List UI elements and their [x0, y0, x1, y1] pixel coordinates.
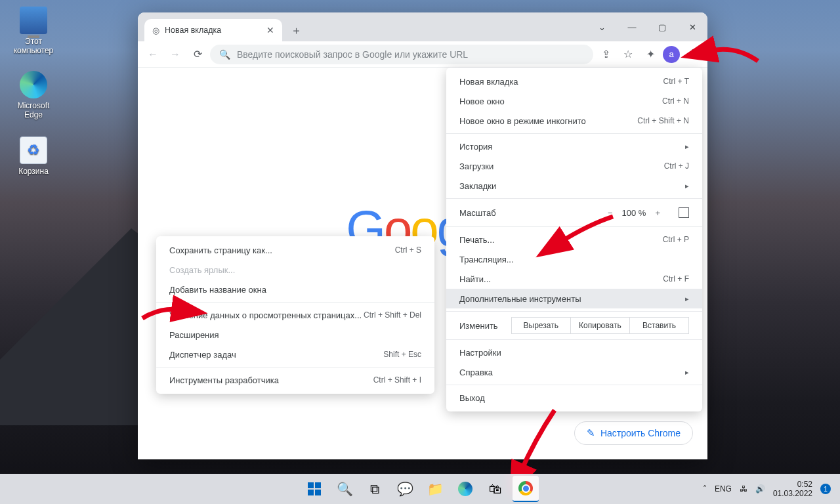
submenu-clear-data[interactable]: Удаление данных о просмотренных страница… [156, 305, 434, 325]
menu-incognito[interactable]: Новое окно в режиме инкогнитоCtrl + Shif… [446, 111, 702, 131]
submenu-extensions[interactable]: Расширения [156, 325, 434, 345]
forward-button[interactable]: → [165, 45, 185, 64]
menu-history[interactable]: История▸ [446, 136, 702, 156]
menu-settings[interactable]: Настройки [446, 343, 702, 362]
more-tools-submenu: Сохранить страницу как...Ctrl + S Создат… [156, 236, 434, 394]
desktop-icon-this-pc[interactable]: Этот компьютер [8, 7, 59, 55]
taskbar-clock[interactable]: 0:52 01.03.2022 [773, 480, 812, 499]
menu-edit-row: Изменить Вырезать Копировать Вставить [446, 314, 702, 337]
taskbar: 🔍 ⧉ 💬 📁 🛍 ˄ ENG 🖧 🔊 0:52 01.03.2022 1 [0, 474, 840, 504]
tab-search-button[interactable]: ⌄ [587, 12, 617, 41]
menu-print[interactable]: Печать...Ctrl + P [446, 230, 702, 249]
pc-icon [20, 7, 47, 34]
cut-button[interactable]: Вырезать [511, 317, 571, 334]
menu-exit[interactable]: Выход [446, 388, 702, 408]
chevron-right-icon: ▸ [685, 295, 689, 303]
tab-title: Новая вкладка [165, 26, 221, 35]
browser-tab[interactable]: ◎ Новая вкладка ✕ [144, 19, 282, 41]
chevron-right-icon: ▸ [685, 182, 689, 190]
submenu-task-manager[interactable]: Диспетчер задачShift + Esc [156, 345, 434, 364]
chevron-right-icon: ▸ [685, 368, 689, 377]
close-tab-icon[interactable]: ✕ [266, 25, 274, 35]
back-button[interactable]: ← [143, 45, 163, 64]
paste-button[interactable]: Вставить [630, 317, 689, 334]
customize-label: Настроить Chrome [600, 428, 681, 438]
desktop-label: Этот компьютер [8, 37, 59, 55]
extensions-icon[interactable]: ✦ [640, 45, 660, 64]
customize-chrome-button[interactable]: ✎ Настроить Chrome [574, 421, 693, 445]
copy-button[interactable]: Копировать [571, 317, 630, 334]
annotation-arrow [702, 38, 761, 74]
submenu-create-shortcut: Создать ярлык... [156, 260, 434, 280]
taskbar-search[interactable]: 🔍 [331, 476, 358, 502]
globe-icon: ◎ [152, 26, 159, 35]
search-icon: 🔍 [219, 49, 230, 60]
notification-badge[interactable]: 1 [820, 484, 831, 494]
maximize-button[interactable]: ▢ [647, 12, 677, 41]
zoom-value: 100 % [622, 208, 646, 218]
close-window-button[interactable]: ✕ [677, 12, 707, 41]
chrome-main-menu: Новая вкладкаCtrl + T Новое окноCtrl + N… [446, 68, 702, 411]
share-icon[interactable]: ⇪ [596, 45, 616, 64]
menu-cast[interactable]: Трансляция... [446, 249, 702, 269]
edge-icon [458, 482, 472, 496]
toolbar: ← → ⟳ 🔍 Введите поисковый запрос в Googl… [138, 41, 707, 68]
fullscreen-icon[interactable] [679, 207, 689, 218]
menu-find[interactable]: Найти...Ctrl + F [446, 269, 702, 289]
chrome-menu-button[interactable] [682, 45, 702, 64]
desktop-icon-recycle-bin[interactable]: ♻ Корзина [8, 136, 59, 176]
taskbar-chrome[interactable] [513, 476, 539, 502]
reload-button[interactable]: ⟳ [188, 45, 207, 64]
menu-help[interactable]: Справка▸ [446, 362, 702, 382]
taskbar-edge[interactable] [452, 476, 478, 502]
menu-downloads[interactable]: ЗагрузкиCtrl + J [446, 156, 702, 176]
address-bar[interactable]: 🔍 Введите поисковый запрос в Google или … [210, 45, 593, 64]
start-button[interactable] [301, 476, 327, 502]
zoom-in-button[interactable]: + [655, 208, 660, 218]
kebab-icon [692, 53, 694, 55]
chrome-icon [518, 481, 533, 495]
desktop-icon-edge[interactable]: Microsoft Edge [8, 71, 59, 119]
titlebar: ◎ Новая вкладка ✕ ＋ ⌄ ― ▢ ✕ [138, 12, 707, 41]
address-placeholder: Введите поисковый запрос в Google или ук… [237, 49, 468, 60]
chevron-right-icon: ▸ [685, 142, 689, 151]
bookmark-star-icon[interactable]: ☆ [618, 45, 638, 64]
menu-more-tools[interactable]: Дополнительные инструменты▸ [446, 289, 702, 308]
submenu-devtools[interactable]: Инструменты разработчикаCtrl + Shift + I [156, 370, 434, 390]
taskbar-explorer[interactable]: 📁 [422, 476, 448, 502]
volume-icon[interactable]: 🔊 [755, 484, 765, 494]
profile-avatar[interactable]: а [663, 46, 680, 63]
menu-new-tab[interactable]: Новая вкладкаCtrl + T [446, 72, 702, 91]
desktop-label: Корзина [8, 167, 59, 176]
menu-new-window[interactable]: Новое окноCtrl + N [446, 91, 702, 111]
new-tab-button[interactable]: ＋ [286, 20, 306, 40]
minimize-button[interactable]: ― [617, 12, 647, 41]
network-icon[interactable]: 🖧 [740, 484, 747, 494]
language-indicator[interactable]: ENG [715, 484, 732, 494]
edge-icon [20, 71, 47, 98]
taskbar-store[interactable]: 🛍 [482, 476, 509, 502]
desktop-label: Microsoft Edge [8, 101, 59, 119]
tray-overflow[interactable]: ˄ [703, 484, 707, 494]
submenu-save-as[interactable]: Сохранить страницу как...Ctrl + S [156, 240, 434, 260]
submenu-name-window[interactable]: Добавить название окна [156, 280, 434, 299]
task-view[interactable]: ⧉ [362, 476, 388, 502]
menu-zoom: Масштаб − 100 % + [446, 201, 702, 224]
taskbar-chat[interactable]: 💬 [392, 476, 418, 502]
windows-icon [308, 482, 321, 495]
pencil-icon: ✎ [587, 427, 595, 439]
recycle-bin-icon: ♻ [20, 136, 47, 164]
zoom-out-button[interactable]: − [608, 208, 613, 218]
menu-bookmarks[interactable]: Закладки▸ [446, 176, 702, 196]
